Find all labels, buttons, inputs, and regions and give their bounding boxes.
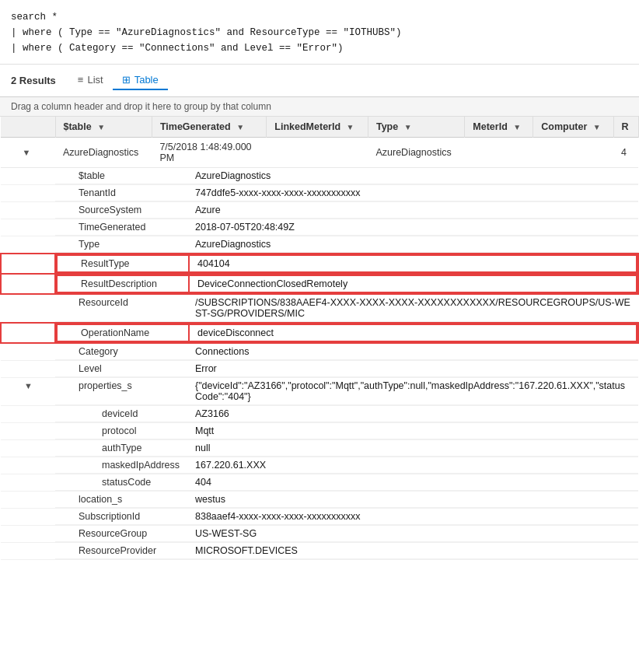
- detail-value: 2018-07-05T20:48:49Z: [187, 219, 638, 236]
- sub-expand-cell-empty: [1, 168, 55, 185]
- query-box: search * | where ( Type == "AzureDiagnos…: [0, 0, 639, 65]
- detail-row: OperationName deviceDisconnect: [1, 323, 638, 343]
- detail-row: ResourceGroup US-WEST-SG: [1, 526, 638, 543]
- sub-expand-cell-empty: [1, 526, 55, 543]
- cell-meterid: [465, 138, 533, 168]
- data-table-wrapper: $table ▼ TimeGenerated ▼ LinkedMeterId ▼…: [0, 117, 639, 560]
- sub-expand-button[interactable]: ▼: [24, 381, 33, 390]
- detail-value: {"deviceId":"AZ3166","protocol":"Mqtt","…: [187, 378, 638, 405]
- detail-key: ResourceId: [55, 295, 187, 322]
- detail-value: MICROSOFT.DEVICES: [187, 543, 638, 559]
- detail-row: ResultType 404104: [1, 254, 638, 274]
- detail-row: TenantId 747ddfe5-xxxx-xxxx-xxxx-xxxxxxx…: [1, 185, 638, 202]
- table-header-row: $table ▼ TimeGenerated ▼ LinkedMeterId ▼…: [1, 117, 638, 138]
- nested-detail-key: deviceId: [55, 406, 187, 422]
- filter-linkedmeterid-icon[interactable]: ▼: [347, 123, 354, 131]
- detail-value: Azure: [187, 202, 638, 219]
- sub-expand-cell-empty: [1, 185, 55, 202]
- sub-expand-cell-empty: [1, 219, 55, 236]
- sub-expand-cell-empty: [1, 274, 55, 294]
- results-count: 2 Results: [11, 75, 56, 86]
- data-table: $table ▼ TimeGenerated ▼ LinkedMeterId ▼…: [0, 117, 639, 560]
- detail-value: 404104: [189, 255, 637, 272]
- detail-row: location_s westus: [1, 492, 638, 509]
- detail-key: ResultDescription: [57, 275, 189, 292]
- detail-value: westus: [187, 492, 638, 508]
- list-icon: ≡: [78, 74, 84, 86]
- col-stable[interactable]: $table ▼: [55, 117, 152, 138]
- query-line-3: | where ( Category == "Connections" and …: [11, 40, 628, 56]
- nested-detail-value: Mqtt: [187, 423, 638, 439]
- filter-timegenerated-icon[interactable]: ▼: [236, 123, 244, 131]
- sub-expand-cell-empty: [1, 492, 55, 509]
- detail-value: deviceDisconnect: [189, 324, 637, 341]
- tab-table[interactable]: ⊞ Table: [113, 71, 168, 90]
- detail-value: US-WEST-SG: [187, 526, 638, 542]
- expand-button[interactable]: ▼: [23, 148, 31, 157]
- nested-expand-cell: [1, 474, 55, 492]
- detail-value: 838aaef4-xxxx-xxxx-xxxx-xxxxxxxxxxx: [187, 509, 638, 525]
- table-row[interactable]: ▼ AzureDiagnostics 7/5/2018 1:48:49.000 …: [1, 138, 638, 168]
- col-linkedmeterid[interactable]: LinkedMeterId ▼: [267, 117, 368, 138]
- col-computer[interactable]: Computer ▼: [533, 117, 613, 138]
- filter-type-icon[interactable]: ▼: [404, 123, 412, 131]
- detail-value: 747ddfe5-xxxx-xxxx-xxxx-xxxxxxxxxxx: [187, 185, 638, 201]
- cell-linkedmeterid: [267, 138, 368, 168]
- nested-detail-row: authType null: [1, 440, 638, 457]
- cell-type: AzureDiagnostics: [368, 138, 464, 168]
- nested-expand-cell: [1, 440, 55, 457]
- detail-key: $table: [55, 168, 187, 184]
- sub-expand-cell-empty: [1, 343, 55, 361]
- filter-meterid-icon[interactable]: ▼: [513, 123, 521, 131]
- nested-detail-value: 404: [187, 474, 638, 491]
- nested-expand-cell: [1, 406, 55, 423]
- nested-detail-key: maskedIpAddress: [55, 457, 187, 474]
- cell-r: 4: [613, 138, 638, 168]
- detail-value: /SUBSCRIPTIONS/838AAEF4-XXXX-XXXX-XXXX-X…: [187, 295, 638, 322]
- col-type[interactable]: Type ▼: [368, 117, 464, 138]
- tab-group: ≡ List ⊞ Table: [68, 71, 168, 90]
- nested-detail-row: deviceId AZ3166: [1, 406, 638, 423]
- detail-row: ResourceProvider MICROSOFT.DEVICES: [1, 543, 638, 560]
- nested-expand-cell: [1, 423, 55, 440]
- sub-expand-cell-empty: [1, 202, 55, 219]
- detail-row: Type AzureDiagnostics: [1, 236, 638, 254]
- detail-value: DeviceConnectionClosedRemotely: [189, 275, 637, 292]
- sub-expand-cell-empty: [1, 294, 55, 323]
- sub-expand-cell-empty: [1, 323, 55, 343]
- table-icon: ⊞: [122, 74, 131, 86]
- query-line-2: | where ( Type == "AzureDiagnostics" and…: [11, 25, 628, 40]
- detail-value: AzureDiagnostics: [187, 236, 638, 253]
- detail-value: Connections: [187, 344, 638, 360]
- filter-stable-icon[interactable]: ▼: [97, 123, 105, 131]
- nested-detail-value: null: [187, 440, 638, 457]
- nested-detail-key: protocol: [55, 423, 187, 439]
- detail-key: OperationName: [57, 324, 189, 341]
- sub-expand-cell-empty: [1, 509, 55, 526]
- sub-expand-cell-empty: [1, 361, 55, 378]
- sub-expand-cell-empty: [1, 543, 55, 560]
- col-timegenerated[interactable]: TimeGenerated ▼: [152, 117, 266, 138]
- detail-row: $table AzureDiagnostics: [1, 168, 638, 185]
- col-r[interactable]: R: [613, 117, 638, 138]
- sub-expand-cell-empty: [1, 254, 55, 274]
- detail-row: ResultDescription DeviceConnectionClosed…: [1, 274, 638, 294]
- nested-detail-key: statusCode: [55, 474, 187, 491]
- detail-row: ResourceId /SUBSCRIPTIONS/838AAEF4-XXXX-…: [1, 294, 638, 323]
- tab-list[interactable]: ≡ List: [68, 71, 113, 90]
- detail-key: Level: [55, 361, 187, 377]
- nested-detail-key: authType: [55, 440, 187, 457]
- detail-key: SourceSystem: [55, 202, 187, 219]
- expand-cell[interactable]: ▼: [1, 138, 55, 168]
- nested-expand-cell: [1, 457, 55, 474]
- col-meterid[interactable]: MeterId ▼: [465, 117, 533, 138]
- sub-expand-cell[interactable]: ▼: [1, 378, 55, 406]
- detail-key: TenantId: [55, 185, 187, 201]
- query-line-1: search *: [11, 9, 628, 25]
- nested-detail-row: statusCode 404: [1, 474, 638, 492]
- detail-row: Level Error: [1, 361, 638, 378]
- detail-row: SourceSystem Azure: [1, 202, 638, 219]
- nested-detail-value: AZ3166: [187, 406, 638, 422]
- filter-computer-icon[interactable]: ▼: [593, 123, 601, 131]
- detail-row: TimeGenerated 2018-07-05T20:48:49Z: [1, 219, 638, 236]
